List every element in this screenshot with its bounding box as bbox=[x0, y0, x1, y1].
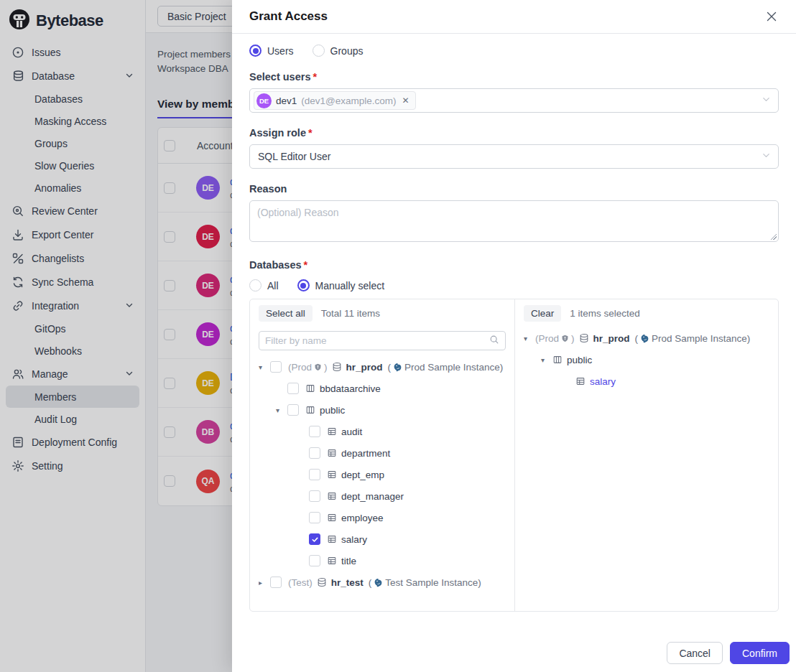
radio-all-databases[interactable]: All bbox=[249, 279, 279, 291]
remove-tag-icon[interactable]: ✕ bbox=[402, 95, 409, 106]
assign-role-value: SQL Editor User bbox=[254, 151, 330, 162]
required-asterisk: * bbox=[313, 71, 317, 83]
checkbox[interactable] bbox=[309, 469, 320, 480]
caret-down-icon[interactable]: ▾ bbox=[259, 363, 270, 371]
environment-label: (Test) bbox=[288, 577, 313, 588]
schema-icon bbox=[552, 355, 563, 365]
resize-handle[interactable] bbox=[770, 233, 777, 240]
caret-down-icon[interactable]: ▾ bbox=[276, 406, 287, 414]
tree-row-bbdataarchive[interactable]: bbdataarchive bbox=[259, 378, 506, 399]
radio-dot bbox=[313, 45, 325, 57]
caret-down-icon[interactable]: ▾ bbox=[541, 356, 552, 364]
close-icon[interactable] bbox=[764, 9, 779, 24]
total-items-label: Total 11 items bbox=[321, 308, 380, 319]
checkbox-checked[interactable] bbox=[309, 533, 320, 545]
databases-scope-radio-group: All Manually select bbox=[249, 279, 779, 291]
table-icon bbox=[327, 556, 337, 566]
database-picker: Select all Total 11 items ▾ (Prod) bbox=[249, 299, 779, 612]
tree-row-salary-selected[interactable]: salary bbox=[524, 370, 769, 392]
caret-down-icon[interactable]: ▾ bbox=[524, 335, 535, 342]
confirm-button[interactable]: Confirm bbox=[730, 642, 790, 664]
radio-dot bbox=[249, 279, 262, 291]
shield-icon bbox=[314, 363, 322, 371]
reason-label: Reason bbox=[249, 183, 779, 195]
schema-icon bbox=[305, 383, 315, 393]
modal-body: Users Groups Select users* DE dev1 (dev1… bbox=[232, 34, 796, 630]
schema-icon bbox=[305, 405, 315, 415]
tree-row-hr-test[interactable]: ▸ (Test) hr_test (Test Sample Instance) bbox=[259, 571, 506, 593]
radio-manually-select[interactable]: Manually select bbox=[297, 279, 385, 291]
assign-role-select[interactable]: SQL Editor User bbox=[249, 144, 779, 169]
caret-right-icon[interactable]: ▸ bbox=[259, 579, 270, 587]
table-icon bbox=[327, 534, 337, 544]
shield-icon bbox=[561, 335, 569, 342]
selected-user-tag: DE dev1 (dev1@example.com) ✕ bbox=[254, 91, 416, 110]
tree-row-hr-prod[interactable]: ▾ (Prod) hr_prod (Prod Sample Instance) bbox=[259, 356, 506, 378]
table-icon bbox=[327, 470, 337, 480]
tree-row-dept-manager[interactable]: dept_manager bbox=[259, 485, 506, 507]
postgresql-icon bbox=[393, 363, 402, 372]
tree-row-title[interactable]: title bbox=[259, 550, 506, 571]
required-asterisk: * bbox=[308, 127, 313, 139]
environment-label: (Prod) bbox=[288, 362, 328, 373]
clear-button[interactable]: Clear bbox=[524, 305, 561, 322]
select-all-button[interactable]: Select all bbox=[259, 305, 313, 322]
checkbox[interactable] bbox=[270, 577, 282, 588]
instance-label: (Test Sample Instance) bbox=[369, 577, 481, 588]
picker-source-pane: Select all Total 11 items ▾ (Prod) bbox=[250, 299, 515, 611]
modal-title: Grant Access bbox=[249, 9, 328, 24]
picker-selected-pane: Clear 1 items selected ▾ (Prod) hr_prod … bbox=[515, 299, 778, 611]
checkbox[interactable] bbox=[309, 426, 320, 437]
checkbox[interactable] bbox=[309, 447, 320, 459]
radio-users[interactable]: Users bbox=[249, 45, 294, 57]
instance-label: (Prod Sample Instance) bbox=[635, 333, 751, 344]
table-icon bbox=[327, 448, 337, 458]
tree-row-dept-emp[interactable]: dept_emp bbox=[259, 464, 506, 485]
tree-row-department[interactable]: department bbox=[259, 442, 506, 464]
select-users-label: Select users* bbox=[249, 71, 779, 83]
chevron-down-icon bbox=[762, 150, 771, 163]
postgresql-icon bbox=[640, 334, 649, 343]
tree-row-employee[interactable]: employee bbox=[259, 507, 506, 528]
tree-row-public[interactable]: ▾ public bbox=[259, 399, 506, 421]
assign-role-label: Assign role* bbox=[249, 127, 779, 139]
filter-box bbox=[259, 331, 506, 350]
app-root: Bytebase Issues Database Databases Maski… bbox=[0, 0, 796, 672]
postgresql-icon bbox=[374, 578, 383, 587]
table-icon bbox=[575, 376, 586, 386]
database-icon bbox=[579, 333, 589, 343]
selected-count-label: 1 items selected bbox=[570, 308, 640, 319]
grant-access-modal: Grant Access Users Groups Select users* … bbox=[232, 0, 796, 672]
search-icon bbox=[489, 335, 499, 347]
avatar: DE bbox=[256, 93, 272, 108]
tree-row-audit[interactable]: audit bbox=[259, 421, 506, 442]
instance-label: (Prod Sample Instance) bbox=[388, 362, 504, 373]
user-email: (dev1@example.com) bbox=[301, 95, 396, 106]
scope-radio-group: Users Groups bbox=[249, 45, 779, 57]
checkbox[interactable] bbox=[309, 490, 320, 502]
table-icon bbox=[327, 491, 337, 501]
chevron-down-icon bbox=[762, 94, 771, 107]
radio-dot bbox=[249, 45, 262, 57]
filter-input[interactable] bbox=[265, 335, 489, 346]
tree-row-hr-prod-selected[interactable]: ▾ (Prod) hr_prod (Prod Sample Instance) bbox=[524, 327, 769, 349]
select-users-input[interactable]: DE dev1 (dev1@example.com) ✕ bbox=[249, 88, 779, 113]
checkbox[interactable] bbox=[270, 361, 282, 373]
checkbox[interactable] bbox=[287, 404, 299, 416]
tree-row-salary[interactable]: salary bbox=[259, 528, 506, 550]
database-tree: ▾ (Prod) hr_prod (Prod Sample Instance) … bbox=[259, 356, 506, 593]
selected-tree: ▾ (Prod) hr_prod (Prod Sample Instance) … bbox=[524, 327, 769, 392]
reason-textarea[interactable] bbox=[249, 200, 779, 242]
radio-dot bbox=[297, 279, 310, 291]
modal-header: Grant Access bbox=[232, 0, 796, 34]
checkbox[interactable] bbox=[309, 512, 320, 523]
checkbox[interactable] bbox=[309, 555, 320, 566]
modal-footer: Cancel Confirm bbox=[232, 630, 796, 672]
tree-row-public-selected[interactable]: ▾ public bbox=[524, 349, 769, 370]
checkbox[interactable] bbox=[287, 383, 299, 394]
required-asterisk: * bbox=[304, 259, 308, 271]
databases-label: Databases* bbox=[249, 259, 779, 271]
radio-groups[interactable]: Groups bbox=[313, 45, 364, 57]
cancel-button[interactable]: Cancel bbox=[667, 642, 723, 664]
user-name: dev1 bbox=[276, 95, 297, 106]
